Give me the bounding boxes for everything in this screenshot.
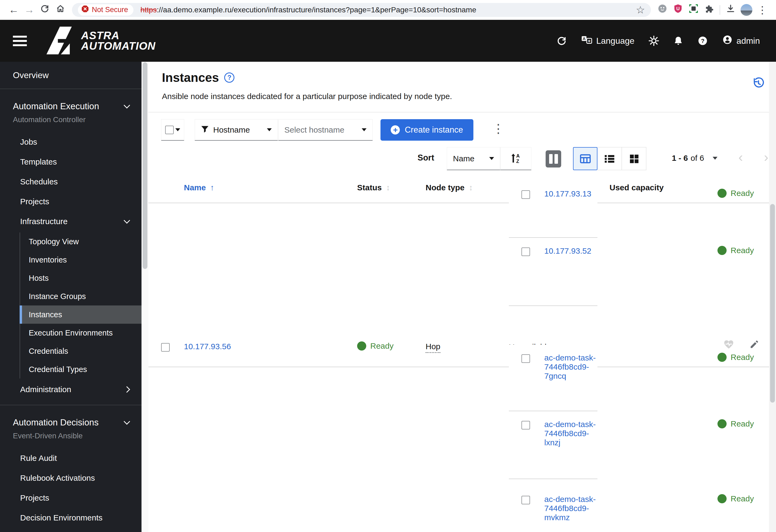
downloads-icon[interactable] (723, 4, 738, 16)
sidebar-item-execution-environments[interactable]: Execution Environments (20, 324, 142, 342)
sidebar-item-infrastructure[interactable]: Infrastructure (0, 212, 142, 231)
browser-profile-avatar[interactable] (741, 4, 752, 16)
ublock-icon[interactable]: U (670, 3, 686, 16)
nav-toggle-icon[interactable] (13, 33, 27, 49)
extensions-puzzle-icon[interactable] (701, 4, 717, 16)
sort-direction-button[interactable]: AZ (500, 147, 531, 170)
bulk-select-checkbox[interactable] (165, 125, 174, 134)
instance-name-link[interactable]: 10.177.93.56 (184, 342, 231, 351)
app-logo[interactable]: ASTRA AUTOMATION (43, 24, 156, 57)
svg-text:A: A (516, 153, 520, 159)
sidebar-item-templates[interactable]: Templates (0, 152, 142, 172)
page-help-icon[interactable]: ? (224, 72, 234, 83)
sidebar-nav: OverviewAutomation ExecutionAutomation C… (0, 62, 142, 532)
history-icon[interactable] (752, 77, 765, 91)
column-header-name[interactable]: Name↑ (184, 183, 214, 192)
sidebar-item-topology-view[interactable]: Topology View (20, 232, 142, 251)
sidebar-item-instances[interactable]: Instances (20, 305, 142, 324)
filter-category-dropdown[interactable]: Hostname (195, 119, 278, 141)
hostname-select[interactable]: Select hostname (278, 119, 373, 141)
pagination-prev-icon[interactable]: ‹ (738, 149, 743, 165)
screenshot-tool-icon[interactable] (686, 3, 701, 16)
table-view-button[interactable] (573, 147, 597, 170)
settings-gear-icon[interactable] (648, 35, 659, 46)
app-header: ASTRA AUTOMATION A∗ Language ? admin (0, 20, 776, 62)
status-ready-icon: ✓ (718, 246, 727, 255)
pagination-summary[interactable]: 1 - 6of 6 (672, 154, 718, 163)
sidebar-item-automation-decisions[interactable]: Automation Decisions (0, 415, 142, 430)
edit-pencil-icon[interactable] (749, 339, 759, 350)
sidebar-item-decision-environments[interactable]: Decision Environments (0, 508, 142, 528)
manage-columns-icon[interactable] (546, 150, 561, 168)
instance-name-link[interactable]: ac-demo-task-7446fb8cd9-mvkmz (544, 495, 597, 522)
status-ready-icon: ✓ (718, 494, 727, 503)
card-view-button[interactable] (622, 147, 646, 170)
bulk-select-dropdown[interactable] (161, 119, 184, 141)
chevron-right-icon (124, 386, 130, 393)
sidebar-item-projects[interactable]: Projects (0, 192, 142, 212)
instance-name-link[interactable]: ac-demo-task-7446fb8cd9-7gncq (544, 353, 597, 380)
sidebar-item-schedules[interactable]: Schedules (0, 172, 142, 192)
plus-circle-icon: + (391, 125, 400, 135)
extension-generic-icon[interactable] (655, 3, 670, 16)
row-checkbox[interactable] (522, 496, 530, 504)
sidebar-item-overview[interactable]: Overview (0, 62, 142, 88)
sidebar-item-rulebook-activations[interactable]: Rulebook Activations (0, 468, 142, 488)
main-scrollbar[interactable] (769, 62, 776, 532)
status-cell: ✓Ready (718, 494, 754, 503)
sidebar-item-credential-types[interactable]: Credential Types (20, 360, 142, 378)
row-checkbox[interactable] (522, 421, 530, 430)
table-row: 10.177.93.52✓ReadyExecution79 forks16790… (509, 238, 597, 306)
notifications-bell-icon[interactable] (673, 36, 684, 46)
sidebar-item-projects[interactable]: Projects (0, 488, 142, 508)
browser-menu-icon[interactable]: ⋮ (755, 4, 770, 16)
column-header-status[interactable]: Status↕ (357, 183, 390, 192)
pagination-next-icon[interactable]: › (764, 149, 768, 165)
svg-text:A: A (583, 36, 586, 41)
toolbar-separator (720, 5, 720, 15)
row-checkbox[interactable] (522, 354, 530, 363)
bookmark-star-icon[interactable]: ☆ (636, 4, 645, 16)
create-instance-button[interactable]: + Create instance (380, 119, 473, 141)
sort-field-dropdown[interactable]: Name (447, 147, 500, 170)
sidebar-divider (0, 88, 142, 89)
sidebar-item-hosts[interactable]: Hosts (20, 269, 142, 287)
toolbar-kebab-icon[interactable]: ⋮ (492, 121, 505, 136)
reload-icon[interactable] (37, 4, 53, 16)
language-menu[interactable]: A∗ Language (581, 35, 634, 47)
chevron-down-icon (267, 128, 272, 131)
instance-name-link[interactable]: ac-demo-task-7446fb8cd9-lxnzj (544, 420, 597, 447)
node-type-label: Hop (426, 342, 440, 353)
instance-name-link[interactable]: 10.177.93.52 (544, 246, 591, 256)
sidebar-item-rule-audit[interactable]: Rule Audit (0, 448, 142, 468)
status-label: Ready (731, 189, 754, 198)
row-checkbox[interactable] (161, 343, 170, 352)
column-header-node-type[interactable]: Node type↕ (426, 183, 473, 192)
sidebar-item-credentials[interactable]: Credentials (20, 342, 142, 360)
table-row: 10.177.93.56✓ReadyHopUnavailable (149, 328, 769, 367)
svg-text:?: ? (701, 38, 704, 44)
sidebar-item-instance-groups[interactable]: Instance Groups (20, 287, 142, 305)
home-icon[interactable] (53, 4, 68, 16)
hostname-select-placeholder: Select hostname (284, 125, 344, 135)
chevron-down-icon (124, 217, 130, 224)
status-ready-icon: ✓ (357, 341, 366, 350)
sidebar-item-administration[interactable]: Administration (0, 379, 142, 400)
forward-icon[interactable]: → (21, 4, 37, 16)
sidebar-item-automation-execution[interactable]: Automation Execution (0, 99, 142, 114)
row-checkbox[interactable] (522, 248, 530, 256)
address-bar[interactable]: Not Secure https://aa.demo.example.ru/ex… (72, 3, 651, 17)
list-view-button[interactable] (597, 147, 622, 170)
refresh-icon[interactable] (556, 35, 567, 46)
sidebar-scrollbar[interactable] (142, 62, 149, 532)
back-icon[interactable]: ← (6, 4, 21, 16)
row-checkbox[interactable] (522, 190, 530, 199)
sidebar-item-jobs[interactable]: Jobs (0, 132, 142, 152)
sidebar-item-inventories[interactable]: Inventories (20, 251, 142, 269)
sortable-icon: ↕ (469, 183, 473, 192)
user-menu[interactable]: admin (722, 34, 760, 47)
help-menu-icon[interactable]: ? (697, 35, 708, 46)
not-secure-badge[interactable]: Not Secure (78, 4, 134, 16)
status-label: Ready (731, 246, 754, 255)
instance-name-link[interactable]: 10.177.93.13 (544, 189, 591, 198)
